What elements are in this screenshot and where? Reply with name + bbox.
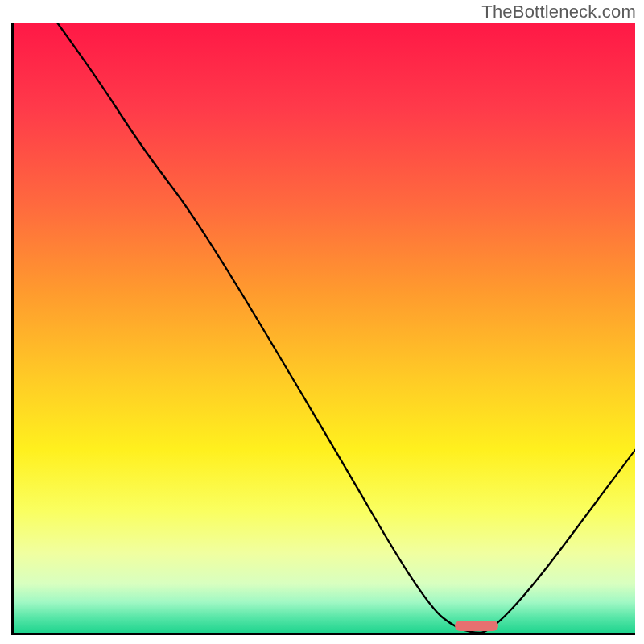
optimal-marker xyxy=(455,621,498,631)
bottleneck-curve xyxy=(14,23,635,633)
chart-container: TheBottleneck.com xyxy=(0,0,644,644)
watermark-text: TheBottleneck.com xyxy=(481,2,636,23)
plot-area xyxy=(11,23,635,635)
